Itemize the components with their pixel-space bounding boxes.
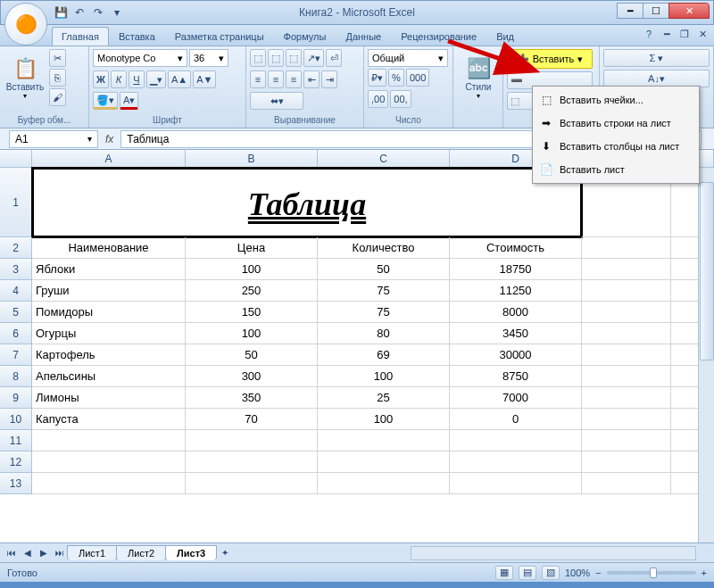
menu-insert-sheet[interactable]: 📄Вставить лист xyxy=(535,158,697,181)
row-header-10[interactable]: 10 xyxy=(0,409,32,430)
decrease-indent-button[interactable]: ⇤ xyxy=(303,70,320,88)
border-bottom-icon[interactable]: ▁▾ xyxy=(146,70,166,88)
cell[interactable] xyxy=(582,302,671,323)
view-layout-button[interactable]: ▤ xyxy=(519,566,536,580)
column-header-b[interactable]: B xyxy=(186,150,318,167)
increase-decimal-button[interactable]: ,00 xyxy=(368,90,388,108)
cell[interactable]: 3450 xyxy=(450,323,582,344)
increase-font-button[interactable]: A▲ xyxy=(168,70,191,88)
cell[interactable]: 8000 xyxy=(450,302,582,323)
decrease-decimal-button[interactable]: 00, xyxy=(390,90,411,108)
menu-insert-rows[interactable]: ➡Вставить строки на лист xyxy=(535,112,697,135)
font-color-button[interactable]: A▾ xyxy=(120,92,138,110)
tab-home[interactable]: Главная xyxy=(52,27,109,46)
tab-nav-first[interactable]: ⏮ xyxy=(4,545,20,561)
tab-nav-prev[interactable]: ◀ xyxy=(20,545,36,561)
tab-insert[interactable]: Вставка xyxy=(109,27,165,46)
cell[interactable]: Лимоны xyxy=(32,387,186,409)
cell[interactable] xyxy=(582,280,671,302)
group-clipboard-label[interactable]: Буфер обм... xyxy=(4,114,85,126)
italic-button[interactable]: К xyxy=(111,70,127,88)
row-header-1[interactable]: 1 xyxy=(0,168,32,237)
cell[interactable]: 18750 xyxy=(450,259,582,280)
zoom-slider[interactable] xyxy=(607,571,696,575)
underline-button[interactable]: Ч xyxy=(129,70,145,88)
tab-page-layout[interactable]: Разметка страницы xyxy=(165,27,274,46)
tab-nav-next[interactable]: ▶ xyxy=(36,545,52,561)
undo-icon[interactable]: ↶ xyxy=(71,4,87,21)
row-header-9[interactable]: 9 xyxy=(0,387,32,409)
cell[interactable] xyxy=(582,387,671,409)
cell[interactable] xyxy=(582,473,671,494)
cell[interactable]: 7000 xyxy=(450,387,582,409)
row-header-8[interactable]: 8 xyxy=(0,366,32,387)
redo-icon[interactable]: ↷ xyxy=(90,4,106,21)
comma-style-button[interactable]: 000 xyxy=(406,69,429,87)
cell[interactable] xyxy=(582,366,671,387)
cell[interactable]: Груши xyxy=(32,280,186,302)
sheet-tab-1[interactable]: Лист1 xyxy=(67,545,117,560)
scrollbar-thumb[interactable] xyxy=(700,182,714,360)
cell[interactable]: 25 xyxy=(318,387,450,409)
cell[interactable] xyxy=(318,473,450,494)
fill-color-button[interactable]: 🪣▾ xyxy=(93,92,118,110)
cell[interactable]: 300 xyxy=(186,366,318,387)
cell[interactable] xyxy=(32,473,186,494)
zoom-thumb[interactable] xyxy=(650,567,657,578)
cell[interactable] xyxy=(582,237,671,259)
cell[interactable] xyxy=(318,451,450,473)
vertical-scrollbar[interactable] xyxy=(698,168,714,560)
cell[interactable]: Помидоры xyxy=(32,302,186,323)
maximize-button[interactable]: ☐ xyxy=(643,3,669,19)
cell[interactable]: 250 xyxy=(186,280,318,302)
sheet-tab-3[interactable]: Лист3 xyxy=(165,545,217,560)
tab-view[interactable]: Вид xyxy=(486,27,524,46)
row-header-11[interactable]: 11 xyxy=(0,430,32,451)
merge-center-button[interactable]: ⬌▾ xyxy=(250,92,303,110)
menu-insert-cells[interactable]: ⬚Вставить ячейки... xyxy=(535,88,697,112)
cell[interactable]: 70 xyxy=(186,409,318,430)
align-top-button[interactable]: ⬚ xyxy=(250,49,266,67)
row-header-5[interactable]: 5 xyxy=(0,302,32,323)
wrap-text-button[interactable]: ⏎ xyxy=(326,49,342,67)
fx-icon[interactable]: fx xyxy=(105,133,113,145)
bold-button[interactable]: Ж xyxy=(93,70,109,88)
font-name-combo[interactable]: Monotype Co▾ xyxy=(93,49,187,67)
cell[interactable]: 150 xyxy=(186,302,318,323)
align-bottom-button[interactable]: ⬚ xyxy=(286,49,302,67)
row-header-12[interactable]: 12 xyxy=(0,451,32,473)
cell[interactable]: 75 xyxy=(318,280,450,302)
ribbon-minimize-icon[interactable]: ━ xyxy=(660,28,673,40)
cell[interactable]: 30000 xyxy=(450,344,582,366)
cell[interactable]: 100 xyxy=(186,323,318,344)
cell[interactable]: 100 xyxy=(318,409,450,430)
cell[interactable] xyxy=(582,259,671,280)
help-icon[interactable]: ? xyxy=(643,28,655,40)
zoom-level[interactable]: 100% xyxy=(565,567,590,578)
column-header-c[interactable]: C xyxy=(318,150,450,167)
orientation-button[interactable]: ↗▾ xyxy=(303,49,324,67)
percent-button[interactable]: % xyxy=(388,69,404,87)
sheet-tab-2[interactable]: Лист2 xyxy=(116,545,166,560)
cell[interactable]: 11250 xyxy=(450,280,582,302)
cell[interactable] xyxy=(582,409,671,430)
cell[interactable]: 50 xyxy=(318,259,450,280)
doc-restore-icon[interactable]: ❐ xyxy=(678,28,691,40)
cut-button[interactable]: ✂ xyxy=(49,49,66,67)
format-painter-button[interactable]: 🖌 xyxy=(49,88,66,106)
cell[interactable] xyxy=(582,451,671,473)
copy-button[interactable]: ⎘ xyxy=(49,69,66,87)
styles-button[interactable]: 🔤 Стили ▾ xyxy=(457,49,500,108)
cell[interactable] xyxy=(186,430,318,451)
group-font-label[interactable]: Шрифт xyxy=(93,114,242,126)
cell[interactable] xyxy=(582,323,671,344)
row-header-7[interactable]: 7 xyxy=(0,344,32,366)
horizontal-scrollbar[interactable] xyxy=(411,546,696,560)
cell[interactable]: 8750 xyxy=(450,366,582,387)
cell[interactable] xyxy=(582,430,671,451)
cell[interactable]: 100 xyxy=(318,366,450,387)
align-center-button[interactable]: ≡ xyxy=(268,70,284,88)
minimize-button[interactable]: ━ xyxy=(617,3,643,19)
cell[interactable]: Огурцы xyxy=(32,323,186,344)
cell[interactable] xyxy=(32,451,186,473)
